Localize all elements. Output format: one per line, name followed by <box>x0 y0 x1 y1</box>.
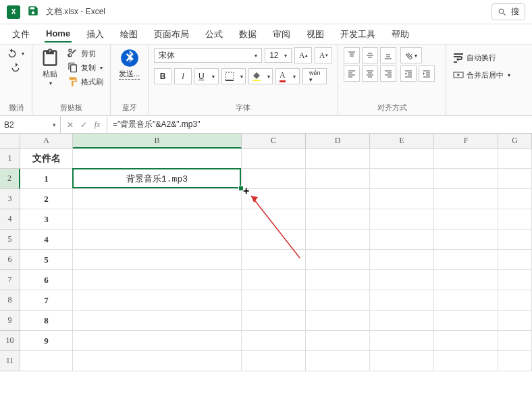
cell[interactable] <box>73 351 242 371</box>
cell[interactable] <box>242 331 306 351</box>
cell[interactable]: 6 <box>20 270 73 290</box>
cell[interactable] <box>370 149 434 169</box>
cell[interactable] <box>306 351 370 371</box>
cell[interactable] <box>73 331 242 351</box>
cell[interactable] <box>306 149 370 169</box>
underline-button[interactable]: U▾ <box>194 68 219 84</box>
cell[interactable] <box>242 230 306 250</box>
cell[interactable] <box>498 270 532 290</box>
cell[interactable] <box>73 189 242 209</box>
decrease-font-button[interactable]: A▾ <box>315 47 332 63</box>
cell[interactable] <box>370 270 434 290</box>
cell[interactable] <box>434 311 498 331</box>
cell[interactable]: 3 <box>20 209 73 230</box>
row-header[interactable]: 9 <box>0 311 20 331</box>
cell[interactable]: 5 <box>20 250 73 270</box>
cell[interactable] <box>73 149 242 169</box>
cell[interactable] <box>242 209 306 230</box>
font-name-select[interactable]: 宋体▾ <box>154 48 262 63</box>
column-header[interactable]: B <box>73 134 242 149</box>
tab-视图[interactable]: 视图 <box>305 26 325 43</box>
border-button[interactable]: ▾ <box>221 68 246 84</box>
paste-button[interactable]: 粘贴▾ <box>38 47 62 88</box>
cell[interactable] <box>242 270 306 290</box>
cell[interactable]: 1 <box>20 169 73 189</box>
cell[interactable] <box>306 250 370 270</box>
merge-center-button[interactable]: 合并后居中▾ <box>452 69 512 81</box>
row-header[interactable]: 3 <box>0 189 20 209</box>
cell[interactable] <box>434 270 498 290</box>
cell[interactable] <box>306 331 370 351</box>
cell[interactable]: 2 <box>20 189 73 209</box>
cell[interactable]: 背景音乐1.mp3 <box>73 169 242 189</box>
cell[interactable]: 4 <box>20 230 73 250</box>
cell[interactable] <box>498 230 532 250</box>
cell[interactable] <box>370 331 434 351</box>
orientation-button[interactable]: ab▾ <box>400 47 422 63</box>
tab-文件[interactable]: 文件 <box>11 26 31 43</box>
cell[interactable] <box>73 290 242 311</box>
italic-button[interactable]: I <box>174 68 192 84</box>
cell[interactable] <box>306 311 370 331</box>
save-button[interactable] <box>27 5 39 19</box>
select-all-corner[interactable] <box>0 134 20 149</box>
formula-input[interactable]: ="背景音乐"&A2&".mp3" <box>107 116 532 133</box>
cell[interactable] <box>498 250 532 270</box>
cell[interactable] <box>242 149 306 169</box>
cell[interactable] <box>73 311 242 331</box>
column-header[interactable]: G <box>498 134 532 149</box>
align-left-button[interactable] <box>344 65 360 82</box>
search-box[interactable]: 搜 <box>491 3 525 20</box>
cell[interactable] <box>242 351 306 371</box>
cell[interactable] <box>498 290 532 311</box>
cell[interactable] <box>73 270 242 290</box>
tab-绘图[interactable]: 绘图 <box>119 26 139 43</box>
cell[interactable]: 7 <box>20 290 73 311</box>
cell[interactable] <box>498 169 532 189</box>
font-size-select[interactable]: 12▾ <box>265 48 292 63</box>
name-box[interactable]: B2 ▾ <box>0 116 61 133</box>
increase-font-button[interactable]: A▴ <box>294 47 312 63</box>
align-top-button[interactable] <box>344 47 360 63</box>
cell[interactable] <box>73 250 242 270</box>
cell[interactable] <box>434 230 498 250</box>
tab-home[interactable]: Home <box>45 26 72 43</box>
cell[interactable] <box>73 209 242 230</box>
cell[interactable] <box>434 209 498 230</box>
cell[interactable] <box>434 169 498 189</box>
tab-页面布局[interactable]: 页面布局 <box>153 26 190 43</box>
cell[interactable] <box>242 290 306 311</box>
cell[interactable] <box>306 230 370 250</box>
decrease-indent-button[interactable] <box>400 65 417 82</box>
cell[interactable]: 9 <box>20 331 73 351</box>
confirm-edit-button[interactable]: ✓ <box>78 120 89 130</box>
row-header[interactable]: 1 <box>0 149 20 169</box>
cell[interactable] <box>434 290 498 311</box>
cell[interactable] <box>242 169 306 189</box>
tab-数据[interactable]: 数据 <box>238 26 258 43</box>
cell[interactable] <box>498 311 532 331</box>
cell[interactable] <box>370 189 434 209</box>
fill-color-button[interactable]: ▾ <box>248 68 273 84</box>
tab-开发工具[interactable]: 开发工具 <box>339 26 377 43</box>
cell[interactable] <box>306 290 370 311</box>
tab-插入[interactable]: 插入 <box>85 26 105 43</box>
row-header[interactable]: 2 <box>0 169 20 189</box>
bold-button[interactable]: B <box>154 68 171 84</box>
cell[interactable] <box>370 311 434 331</box>
font-color-button[interactable]: A▾ <box>275 68 300 84</box>
cell[interactable] <box>434 351 498 371</box>
cell[interactable] <box>370 209 434 230</box>
cell[interactable] <box>498 209 532 230</box>
cell[interactable] <box>498 331 532 351</box>
cell[interactable] <box>242 250 306 270</box>
column-header[interactable]: A <box>20 134 73 149</box>
cell[interactable] <box>434 250 498 270</box>
tab-帮助[interactable]: 帮助 <box>390 26 410 43</box>
cell[interactable] <box>306 189 370 209</box>
column-header[interactable]: E <box>370 134 434 149</box>
fill-handle[interactable] <box>238 186 244 191</box>
bluetooth-send-button[interactable]: 发送... <box>116 47 142 81</box>
column-header[interactable]: D <box>306 134 370 149</box>
wrap-text-button[interactable]: 自动换行 <box>452 51 512 63</box>
